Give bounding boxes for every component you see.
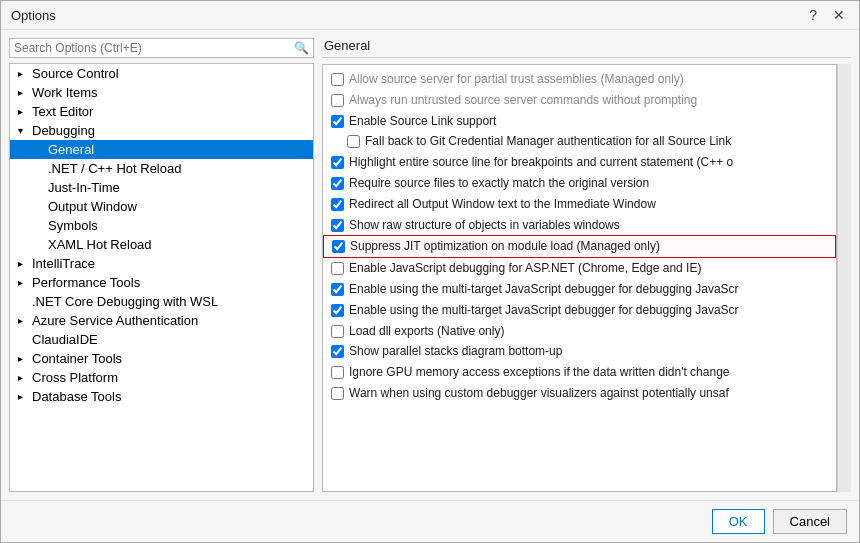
tree-item-xaml-hot-reload[interactable]: XAML Hot Reload (10, 235, 313, 254)
tree-item-label: Work Items (32, 85, 98, 100)
checkbox-opt10[interactable] (331, 262, 344, 275)
chevron-icon: ▾ (18, 125, 28, 136)
tree-item-label: Text Editor (32, 104, 93, 119)
option-text-opt4: Fall back to Git Credential Manager auth… (365, 133, 731, 150)
tree-item-symbols[interactable]: Symbols (10, 216, 313, 235)
checkbox-opt8[interactable] (331, 219, 344, 232)
option-row-opt8: Show raw structure of objects in variabl… (323, 215, 836, 236)
tree-item-net-cpp-hot-reload[interactable]: .NET / C++ Hot Reload (10, 159, 313, 178)
checkbox-opt15[interactable] (331, 366, 344, 379)
search-box[interactable]: 🔍 (9, 38, 314, 58)
option-text-opt9: Suppress JIT optimization on module load… (350, 238, 660, 255)
chevron-icon: ▸ (18, 277, 28, 288)
options-container[interactable]: Allow source server for partial trust as… (322, 64, 837, 492)
tree-item-work-items[interactable]: ▸Work Items (10, 83, 313, 102)
tree-item-just-in-time[interactable]: Just-In-Time (10, 178, 313, 197)
tree-item-container-tools[interactable]: ▸Container Tools (10, 349, 313, 368)
dialog-footer: OK Cancel (1, 500, 859, 542)
tree-item-label: .NET Core Debugging with WSL (32, 294, 218, 309)
left-panel: 🔍 ▸Source Control▸Work Items▸Text Editor… (9, 38, 314, 492)
dialog-title: Options (11, 8, 56, 23)
tree-item-database-tools[interactable]: ▸Database Tools (10, 387, 313, 406)
checkbox-opt14[interactable] (331, 345, 344, 358)
chevron-icon: ▸ (18, 68, 28, 79)
option-row-opt4: Fall back to Git Credential Manager auth… (323, 131, 836, 152)
tree-item-label: XAML Hot Reload (48, 237, 152, 252)
tree-container[interactable]: ▸Source Control▸Work Items▸Text Editor▾D… (9, 63, 314, 492)
tree-item-debugging[interactable]: ▾Debugging (10, 121, 313, 140)
title-bar: Options ? ✕ (1, 1, 859, 30)
checkbox-opt7[interactable] (331, 198, 344, 211)
tree-item-cross-platform[interactable]: ▸Cross Platform (10, 368, 313, 387)
option-row-opt13: Load dll exports (Native only) (323, 321, 836, 342)
chevron-icon: ▸ (18, 391, 28, 402)
right-panel: General Allow source server for partial … (322, 38, 851, 492)
option-text-opt5: Highlight entire source line for breakpo… (349, 154, 733, 171)
option-text-opt15: Ignore GPU memory access exceptions if t… (349, 364, 729, 381)
checkbox-opt3[interactable] (331, 115, 344, 128)
tree-item-label: Output Window (48, 199, 137, 214)
section-title: General (322, 38, 851, 58)
option-row-opt16: Warn when using custom debugger visualiz… (323, 383, 836, 404)
chevron-icon: ▸ (18, 87, 28, 98)
title-controls: ? ✕ (805, 7, 849, 23)
option-row-opt7: Redirect all Output Window text to the I… (323, 194, 836, 215)
tree-item-source-control[interactable]: ▸Source Control (10, 64, 313, 83)
chevron-icon: ▸ (18, 106, 28, 117)
tree-item-label: Container Tools (32, 351, 122, 366)
scrollbar[interactable] (837, 64, 851, 492)
tree-item-performance-tools[interactable]: ▸Performance Tools (10, 273, 313, 292)
tree-item-azure-service-auth[interactable]: ▸Azure Service Authentication (10, 311, 313, 330)
search-input[interactable] (14, 41, 290, 55)
checkbox-opt13[interactable] (331, 325, 344, 338)
chevron-icon: ▸ (18, 258, 28, 269)
tree-item-label: Debugging (32, 123, 95, 138)
option-row-opt1: Allow source server for partial trust as… (323, 69, 836, 90)
tree-item-claudia-ide[interactable]: ClaudiaIDE (10, 330, 313, 349)
option-text-opt3: Enable Source Link support (349, 113, 496, 130)
tree-item-intellitrace[interactable]: ▸IntelliTrace (10, 254, 313, 273)
checkbox-opt16[interactable] (331, 387, 344, 400)
checkbox-opt1[interactable] (331, 73, 344, 86)
chevron-icon: ▸ (18, 372, 28, 383)
checkbox-opt2[interactable] (331, 94, 344, 107)
options-dialog: Options ? ✕ 🔍 ▸Source Control▸Work Items… (0, 0, 860, 543)
option-row-opt12: Enable using the multi-target JavaScript… (323, 300, 836, 321)
tree-item-output-window[interactable]: Output Window (10, 197, 313, 216)
option-text-opt8: Show raw structure of objects in variabl… (349, 217, 620, 234)
option-row-opt11: Enable using the multi-target JavaScript… (323, 279, 836, 300)
option-row-opt2: Always run untrusted source server comma… (323, 90, 836, 111)
dialog-body: 🔍 ▸Source Control▸Work Items▸Text Editor… (1, 30, 859, 500)
tree-item-label: Database Tools (32, 389, 121, 404)
option-row-opt14: Show parallel stacks diagram bottom-up (323, 341, 836, 362)
option-row-opt6: Require source files to exactly match th… (323, 173, 836, 194)
option-row-opt15: Ignore GPU memory access exceptions if t… (323, 362, 836, 383)
checkbox-opt5[interactable] (331, 156, 344, 169)
option-text-opt11: Enable using the multi-target JavaScript… (349, 281, 739, 298)
option-text-opt7: Redirect all Output Window text to the I… (349, 196, 656, 213)
tree-item-label: IntelliTrace (32, 256, 95, 271)
close-button[interactable]: ✕ (829, 7, 849, 23)
option-text-opt2: Always run untrusted source server comma… (349, 92, 697, 109)
tree-item-label: .NET / C++ Hot Reload (48, 161, 181, 176)
tree-item-label: ClaudiaIDE (32, 332, 98, 347)
tree-item-label: Performance Tools (32, 275, 140, 290)
checkbox-opt9[interactable] (332, 240, 345, 253)
checkbox-opt11[interactable] (331, 283, 344, 296)
option-text-opt12: Enable using the multi-target JavaScript… (349, 302, 739, 319)
option-text-opt16: Warn when using custom debugger visualiz… (349, 385, 729, 402)
cancel-button[interactable]: Cancel (773, 509, 847, 534)
tree-item-general[interactable]: General (10, 140, 313, 159)
tree-item-label: General (48, 142, 94, 157)
checkbox-opt4[interactable] (347, 135, 360, 148)
checkbox-opt12[interactable] (331, 304, 344, 317)
help-button[interactable]: ? (805, 7, 821, 23)
tree-item-label: Cross Platform (32, 370, 118, 385)
chevron-icon: ▸ (18, 315, 28, 326)
tree-item-text-editor[interactable]: ▸Text Editor (10, 102, 313, 121)
checkbox-opt6[interactable] (331, 177, 344, 190)
tree-item-net-core-debugging-wsl[interactable]: .NET Core Debugging with WSL (10, 292, 313, 311)
ok-button[interactable]: OK (712, 509, 765, 534)
tree-item-label: Source Control (32, 66, 119, 81)
tree-item-label: Azure Service Authentication (32, 313, 198, 328)
